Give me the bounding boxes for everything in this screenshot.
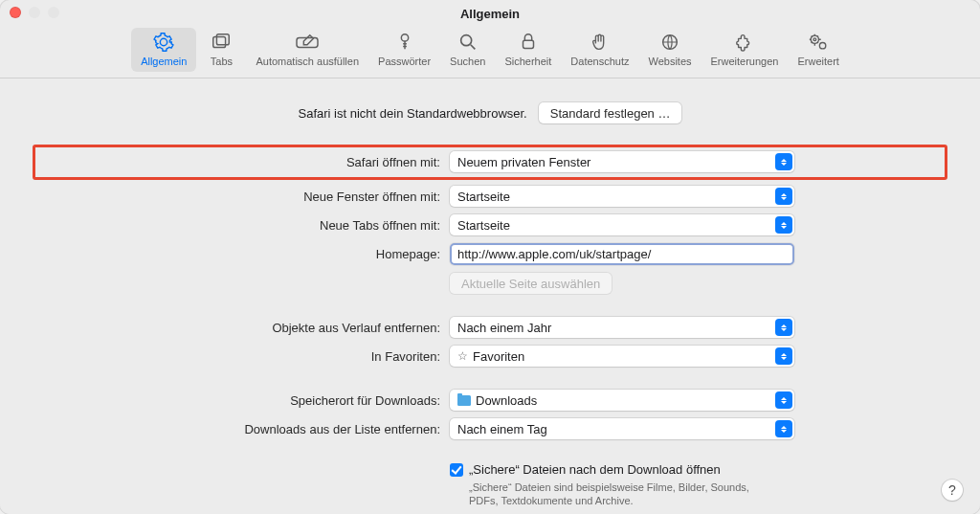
close-window-button[interactable] bbox=[10, 7, 21, 18]
svg-line-5 bbox=[471, 44, 476, 49]
default-browser-row: Safari ist nicht dein Standardwebbrowser… bbox=[38, 102, 942, 123]
tab-label: Datenschutz bbox=[570, 56, 629, 67]
svg-point-4 bbox=[460, 34, 471, 45]
default-browser-text: Safari ist nicht dein Standardwebbrowser… bbox=[299, 106, 527, 121]
new-tabs-value: Startseite bbox=[457, 218, 510, 233]
svg-rect-6 bbox=[523, 40, 533, 48]
tab-label: Erweiterungen bbox=[711, 56, 779, 67]
homepage-label: Homepage: bbox=[38, 247, 450, 261]
set-default-browser-button[interactable]: Standard festlegen … bbox=[539, 102, 682, 123]
gear-icon bbox=[153, 32, 174, 53]
in-favorites-select[interactable]: ☆ Favoriten bbox=[450, 346, 794, 367]
remove-history-value: Nach einem Jahr bbox=[457, 321, 551, 335]
in-favorites-label: In Favoriten: bbox=[38, 349, 450, 364]
downloads-remove-label: Downloads aus der Liste entfernen: bbox=[38, 422, 450, 436]
tab-search[interactable]: Suchen bbox=[440, 28, 495, 72]
new-tabs-label: Neue Tabs öffnen mit: bbox=[38, 218, 450, 233]
set-current-page-button[interactable]: Aktuelle Seite auswählen bbox=[450, 273, 612, 294]
open-with-select[interactable]: Neuem privaten Fenster bbox=[450, 151, 794, 172]
open-with-highlight: Safari öffnen mit: Neuem privaten Fenste… bbox=[33, 145, 947, 180]
chevron-updown-icon bbox=[775, 319, 792, 336]
lock-icon bbox=[518, 32, 539, 53]
gears-icon bbox=[807, 32, 830, 53]
svg-point-9 bbox=[813, 37, 816, 40]
downloads-location-label: Speicherort für Downloads: bbox=[38, 393, 450, 408]
tab-label: Automatisch ausfüllen bbox=[256, 56, 359, 67]
hand-icon bbox=[590, 32, 611, 53]
svg-point-10 bbox=[820, 42, 826, 48]
tab-general[interactable]: Allgemein bbox=[131, 28, 196, 72]
folder-icon bbox=[457, 395, 471, 406]
chevron-updown-icon bbox=[775, 391, 792, 409]
tab-label: Sicherheit bbox=[504, 56, 551, 67]
open-safe-files-checkbox[interactable] bbox=[450, 463, 463, 477]
tab-tabs[interactable]: Tabs bbox=[196, 28, 246, 72]
in-favorites-value: Favoriten bbox=[473, 349, 524, 364]
tab-label: Suchen bbox=[450, 56, 485, 67]
svg-rect-1 bbox=[217, 34, 230, 44]
downloads-location-select[interactable]: Downloads bbox=[450, 390, 794, 411]
remove-history-select[interactable]: Nach einem Jahr bbox=[450, 317, 794, 338]
tab-label: Passwörter bbox=[378, 56, 431, 67]
chevron-updown-icon bbox=[775, 216, 792, 234]
svg-rect-2 bbox=[297, 37, 318, 47]
tab-privacy[interactable]: Datenschutz bbox=[561, 28, 638, 72]
tab-label: Erweitert bbox=[797, 56, 838, 67]
tab-label: Websites bbox=[648, 56, 691, 67]
window-title: Allgemein bbox=[460, 7, 520, 21]
tab-advanced[interactable]: Erweitert bbox=[788, 28, 848, 72]
downloads-remove-value: Nach einem Tag bbox=[457, 422, 547, 436]
new-windows-value: Startseite bbox=[457, 190, 510, 204]
tab-label: Tabs bbox=[211, 56, 233, 67]
window-controls bbox=[10, 7, 59, 18]
downloads-remove-select[interactable]: Nach einem Tag bbox=[450, 418, 794, 439]
tab-security[interactable]: Sicherheit bbox=[495, 28, 561, 72]
svg-point-3 bbox=[401, 34, 408, 40]
chevron-updown-icon bbox=[775, 153, 792, 170]
remove-history-label: Objekte aus Verlauf entfernen: bbox=[38, 321, 450, 335]
puzzle-icon bbox=[734, 32, 755, 53]
star-icon: ☆ bbox=[457, 349, 468, 363]
downloads-location-value: Downloads bbox=[476, 393, 537, 408]
open-safe-files-subtext: „Sichere“ Dateien sind beispielsweise Fi… bbox=[469, 480, 780, 508]
tab-websites[interactable]: Websites bbox=[638, 28, 701, 72]
pencil-box-icon bbox=[295, 32, 320, 53]
new-tabs-select[interactable]: Startseite bbox=[450, 214, 794, 235]
svg-rect-0 bbox=[213, 36, 226, 47]
open-safe-files-label: „Sichere“ Dateien nach dem Download öffn… bbox=[469, 462, 780, 477]
preferences-toolbar: Allgemein Tabs Automatisch ausfüllen Pas… bbox=[0, 23, 980, 78]
new-windows-label: Neue Fenster öffnen mit: bbox=[38, 190, 450, 204]
magnify-icon bbox=[457, 32, 479, 53]
globe-icon bbox=[659, 32, 680, 53]
tab-passwords[interactable]: Passwörter bbox=[368, 28, 440, 72]
content-pane: Safari ist nicht dein Standardwebbrowser… bbox=[0, 78, 980, 514]
key-icon bbox=[394, 32, 415, 53]
tab-autofill[interactable]: Automatisch ausfüllen bbox=[246, 28, 368, 72]
preferences-window: Allgemein Allgemein Tabs Automatisch aus… bbox=[0, 0, 980, 514]
homepage-input[interactable] bbox=[450, 243, 794, 265]
help-button[interactable]: ? bbox=[942, 480, 963, 501]
new-windows-select[interactable]: Startseite bbox=[450, 186, 794, 207]
titlebar: Allgemein bbox=[0, 0, 980, 23]
chevron-updown-icon bbox=[775, 188, 792, 205]
open-with-value: Neuem privaten Fenster bbox=[457, 155, 590, 169]
zoom-window-button[interactable] bbox=[48, 7, 59, 18]
minimize-window-button[interactable] bbox=[29, 7, 40, 18]
chevron-updown-icon bbox=[775, 420, 792, 437]
tab-label: Allgemein bbox=[141, 56, 187, 67]
open-with-label: Safari öffnen mit: bbox=[38, 155, 450, 169]
tab-extensions[interactable]: Erweiterungen bbox=[702, 28, 789, 72]
tabs-icon bbox=[211, 32, 232, 53]
chevron-updown-icon bbox=[775, 347, 792, 365]
